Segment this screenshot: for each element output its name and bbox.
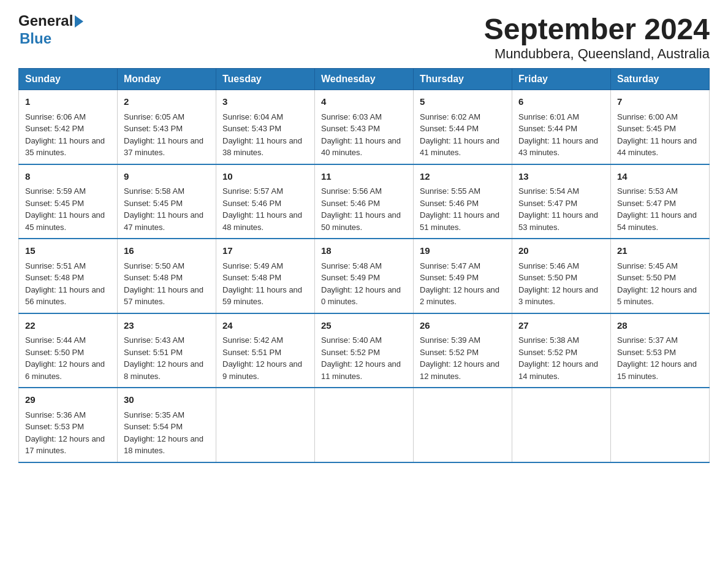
day-daylight: Daylight: 12 hours and 18 minutes.: [124, 433, 210, 457]
day-info: Sunrise: 6:02 AM: [420, 111, 506, 123]
day-daylight: Daylight: 12 hours and 2 minutes.: [420, 284, 506, 308]
day-number: 20: [518, 244, 604, 258]
day-daylight: Daylight: 12 hours and 0 minutes.: [321, 284, 407, 308]
col-monday: Monday: [118, 69, 216, 90]
day-number: 23: [124, 319, 210, 333]
day-sunset: Sunset: 5:46 PM: [222, 197, 308, 210]
day-daylight: Daylight: 11 hours and 57 minutes.: [124, 284, 210, 308]
day-sunset: Sunset: 5:53 PM: [617, 347, 703, 359]
day-daylight: Daylight: 11 hours and 35 minutes.: [25, 135, 111, 159]
calendar-week-row: 22Sunrise: 5:44 AMSunset: 5:50 PMDayligh…: [19, 313, 710, 388]
calendar-cell: 2Sunrise: 6:05 AMSunset: 5:43 PMDaylight…: [118, 90, 216, 164]
day-number: 30: [124, 393, 210, 407]
day-daylight: Daylight: 11 hours and 56 minutes.: [25, 284, 111, 308]
logo-blue-text: Blue: [20, 30, 51, 48]
logo-general-text: General: [18, 12, 73, 30]
day-daylight: Daylight: 11 hours and 38 minutes.: [222, 135, 308, 159]
calendar-week-row: 29Sunrise: 5:36 AMSunset: 5:53 PMDayligh…: [19, 388, 710, 462]
day-info: Sunrise: 5:35 AM: [124, 409, 210, 421]
day-daylight: Daylight: 11 hours and 54 minutes.: [617, 209, 703, 233]
day-info: Sunrise: 5:49 AM: [222, 260, 308, 272]
day-sunset: Sunset: 5:45 PM: [617, 123, 703, 135]
days-of-week-row: Sunday Monday Tuesday Wednesday Thursday…: [19, 69, 710, 90]
day-sunset: Sunset: 5:47 PM: [518, 197, 604, 210]
page-title: September 2024: [484, 12, 710, 46]
day-number: 8: [25, 170, 111, 184]
calendar-cell: 1Sunrise: 6:06 AMSunset: 5:42 PMDaylight…: [19, 90, 118, 164]
day-daylight: Daylight: 11 hours and 50 minutes.: [321, 209, 407, 233]
day-info: Sunrise: 5:38 AM: [518, 334, 604, 347]
calendar-cell: 3Sunrise: 6:04 AMSunset: 5:43 PMDaylight…: [216, 90, 315, 164]
day-daylight: Daylight: 11 hours and 47 minutes.: [124, 209, 210, 233]
day-info: Sunrise: 6:04 AM: [222, 111, 308, 123]
day-daylight: Daylight: 11 hours and 48 minutes.: [222, 209, 308, 233]
calendar-cell: 4Sunrise: 6:03 AMSunset: 5:43 PMDaylight…: [315, 90, 414, 164]
calendar-cell: [315, 388, 414, 462]
day-sunset: Sunset: 5:46 PM: [420, 197, 506, 210]
day-info: Sunrise: 5:58 AM: [124, 185, 210, 197]
day-number: 6: [518, 95, 604, 109]
day-info: Sunrise: 5:44 AM: [25, 334, 111, 347]
logo-arrow-icon: [75, 15, 83, 28]
day-daylight: Daylight: 12 hours and 12 minutes.: [420, 358, 506, 382]
day-info: Sunrise: 5:57 AM: [222, 185, 308, 197]
day-info: Sunrise: 5:48 AM: [321, 260, 407, 272]
calendar-cell: 29Sunrise: 5:36 AMSunset: 5:53 PMDayligh…: [19, 388, 118, 462]
day-sunset: Sunset: 5:47 PM: [617, 197, 703, 210]
day-sunset: Sunset: 5:42 PM: [25, 123, 111, 135]
day-info: Sunrise: 5:51 AM: [25, 260, 111, 272]
calendar-cell: 26Sunrise: 5:39 AMSunset: 5:52 PMDayligh…: [414, 313, 512, 388]
day-daylight: Daylight: 12 hours and 8 minutes.: [124, 358, 210, 382]
calendar-week-row: 8Sunrise: 5:59 AMSunset: 5:45 PMDaylight…: [19, 164, 710, 239]
day-info: Sunrise: 5:43 AM: [124, 334, 210, 347]
calendar-cell: 7Sunrise: 6:00 AMSunset: 5:45 PMDaylight…: [611, 90, 710, 164]
calendar-cell: 21Sunrise: 5:45 AMSunset: 5:50 PMDayligh…: [611, 239, 710, 313]
day-sunset: Sunset: 5:43 PM: [222, 123, 308, 135]
calendar-cell: 8Sunrise: 5:59 AMSunset: 5:45 PMDaylight…: [19, 164, 118, 239]
day-number: 19: [420, 244, 506, 258]
day-info: Sunrise: 5:59 AM: [25, 185, 111, 197]
calendar-cell: [512, 388, 611, 462]
calendar-cell: 19Sunrise: 5:47 AMSunset: 5:49 PMDayligh…: [414, 239, 512, 313]
calendar-cell: 16Sunrise: 5:50 AMSunset: 5:48 PMDayligh…: [118, 239, 216, 313]
col-sunday: Sunday: [19, 69, 118, 90]
day-sunset: Sunset: 5:50 PM: [25, 347, 111, 359]
day-number: 18: [321, 244, 407, 258]
day-number: 4: [321, 95, 407, 109]
day-sunset: Sunset: 5:53 PM: [25, 421, 111, 433]
day-sunset: Sunset: 5:43 PM: [321, 123, 407, 135]
day-daylight: Daylight: 12 hours and 15 minutes.: [617, 358, 703, 382]
col-friday: Friday: [512, 69, 611, 90]
day-number: 22: [25, 319, 111, 333]
day-number: 26: [420, 319, 506, 333]
calendar-cell: 15Sunrise: 5:51 AMSunset: 5:48 PMDayligh…: [19, 239, 118, 313]
day-sunset: Sunset: 5:48 PM: [124, 272, 210, 284]
calendar-cell: 22Sunrise: 5:44 AMSunset: 5:50 PMDayligh…: [19, 313, 118, 388]
day-sunset: Sunset: 5:52 PM: [518, 347, 604, 359]
calendar-cell: 13Sunrise: 5:54 AMSunset: 5:47 PMDayligh…: [512, 164, 611, 239]
logo: General Blue: [18, 12, 83, 48]
calendar-cell: 28Sunrise: 5:37 AMSunset: 5:53 PMDayligh…: [611, 313, 710, 388]
calendar-cell: 9Sunrise: 5:58 AMSunset: 5:45 PMDaylight…: [118, 164, 216, 239]
day-sunset: Sunset: 5:51 PM: [124, 347, 210, 359]
day-info: Sunrise: 6:06 AM: [25, 111, 111, 123]
day-daylight: Daylight: 11 hours and 44 minutes.: [617, 135, 703, 159]
day-info: Sunrise: 5:42 AM: [222, 334, 308, 347]
calendar-cell: [611, 388, 710, 462]
day-sunset: Sunset: 5:52 PM: [321, 347, 407, 359]
day-info: Sunrise: 6:03 AM: [321, 111, 407, 123]
calendar-cell: 27Sunrise: 5:38 AMSunset: 5:52 PMDayligh…: [512, 313, 611, 388]
day-number: 1: [25, 95, 111, 109]
calendar-header: Sunday Monday Tuesday Wednesday Thursday…: [19, 69, 710, 90]
calendar-cell: 30Sunrise: 5:35 AMSunset: 5:54 PMDayligh…: [118, 388, 216, 462]
day-daylight: Daylight: 12 hours and 5 minutes.: [617, 284, 703, 308]
day-daylight: Daylight: 11 hours and 41 minutes.: [420, 135, 506, 159]
day-daylight: Daylight: 11 hours and 59 minutes.: [222, 284, 308, 308]
calendar-cell: 24Sunrise: 5:42 AMSunset: 5:51 PMDayligh…: [216, 313, 315, 388]
calendar-cell: 10Sunrise: 5:57 AMSunset: 5:46 PMDayligh…: [216, 164, 315, 239]
day-daylight: Daylight: 12 hours and 9 minutes.: [222, 358, 308, 382]
day-number: 2: [124, 95, 210, 109]
day-sunset: Sunset: 5:54 PM: [124, 421, 210, 433]
day-info: Sunrise: 5:55 AM: [420, 185, 506, 197]
day-number: 9: [124, 170, 210, 184]
